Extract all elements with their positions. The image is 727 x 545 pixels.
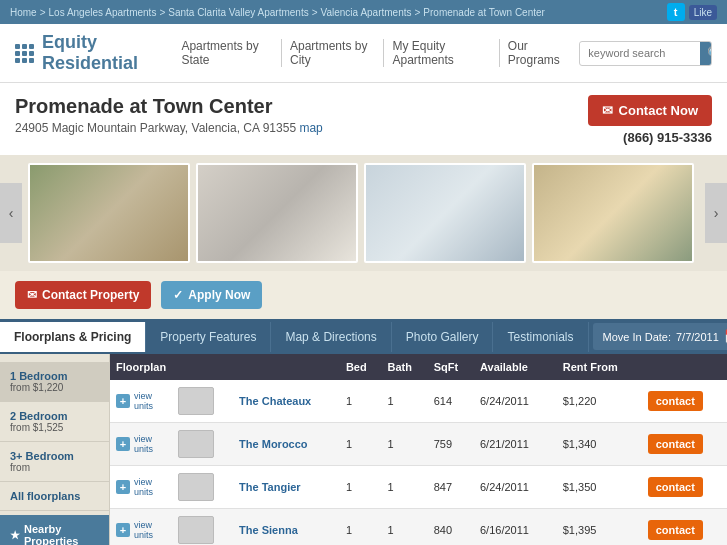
floorplan-name-link[interactable]: The Morocco: [239, 438, 307, 450]
floorplan-name-cell[interactable]: The Tangier: [233, 466, 340, 509]
expand-icon[interactable]: +: [116, 523, 130, 537]
sidebar-2bed-price: from $1,525: [10, 422, 99, 433]
nearby-properties-button[interactable]: ★ Nearby Properties: [0, 515, 109, 545]
apply-now-button[interactable]: ✓ Apply Now: [161, 281, 262, 309]
col-contact: [642, 354, 727, 380]
floorplan-name-link[interactable]: The Chateaux: [239, 395, 311, 407]
photo-gallery-strip: ‹ ›: [0, 155, 727, 271]
floorplan-name-cell[interactable]: The Morocco: [233, 423, 340, 466]
contact-cell[interactable]: contact: [642, 509, 727, 546]
expand-icon[interactable]: +: [116, 437, 130, 451]
contact-cell[interactable]: contact: [642, 380, 727, 423]
contact-now-button[interactable]: ✉ Contact Now: [588, 95, 712, 126]
floorplan-thumb-cell: [172, 423, 233, 466]
bed-cell: 1: [340, 509, 382, 546]
gallery-photo-1[interactable]: [28, 163, 190, 263]
search-input[interactable]: [580, 43, 700, 63]
table-header-row: Floorplan Bed Bath SqFt Available Rent F…: [110, 354, 727, 380]
floorplan-name-cell[interactable]: The Sienna: [233, 509, 340, 546]
nav-by-city[interactable]: Apartments by City: [282, 39, 384, 67]
sidebar-2bed-label: 2 Bedroom: [10, 410, 99, 422]
view-units-link[interactable]: viewunits: [134, 391, 153, 411]
breadcrumb-scv[interactable]: Santa Clarita Valley Apartments: [168, 7, 308, 18]
nav-programs[interactable]: Our Programs: [500, 39, 580, 67]
bath-cell: 1: [381, 509, 427, 546]
gallery-photo-3[interactable]: [364, 163, 526, 263]
floorplan-thumbnail: [178, 430, 214, 458]
rent-cell: $1,395: [557, 509, 642, 546]
action-buttons: ✉ Contact Property ✓ Apply Now: [0, 271, 727, 319]
sidebar-item-1bed[interactable]: 1 Bedroom from $1,220: [0, 362, 109, 402]
col-sqft: SqFt: [428, 354, 474, 380]
view-units-cell[interactable]: + viewunits: [110, 380, 172, 423]
sqft-cell: 759: [428, 423, 474, 466]
main-nav: Apartments by State Apartments by City M…: [173, 39, 579, 67]
contact-row-button[interactable]: contact: [648, 434, 703, 454]
contact-cell[interactable]: contact: [642, 466, 727, 509]
breadcrumb-la[interactable]: Los Angeles Apartments: [49, 7, 157, 18]
contact-row-button[interactable]: contact: [648, 477, 703, 497]
expand-icon[interactable]: +: [116, 480, 130, 494]
nav-by-state[interactable]: Apartments by State: [173, 39, 282, 67]
breadcrumb-valencia[interactable]: Valencia Apartments: [321, 7, 412, 18]
contact-cell[interactable]: contact: [642, 423, 727, 466]
tab-testimonials[interactable]: Testimonials: [493, 322, 588, 352]
floorplan-table: Floorplan Bed Bath SqFt Available Rent F…: [110, 354, 727, 545]
facebook-like-button[interactable]: Like: [689, 5, 717, 20]
floorplan-name-link[interactable]: The Tangier: [239, 481, 301, 493]
contact-row-button[interactable]: contact: [648, 391, 703, 411]
property-title: Promenade at Town Center: [15, 95, 323, 118]
col-bath: Bath: [381, 354, 427, 380]
gallery-prev-button[interactable]: ‹: [0, 183, 22, 243]
logo-area: Equity Residential: [15, 32, 173, 74]
search-box[interactable]: 🔍: [579, 41, 712, 66]
sidebar-1bed-label: 1 Bedroom: [10, 370, 99, 382]
contact-row-button[interactable]: contact: [648, 520, 703, 540]
map-link[interactable]: map: [299, 121, 322, 135]
move-in-value: 7/7/2011: [676, 331, 719, 343]
property-info: Promenade at Town Center 24905 Magic Mou…: [15, 95, 323, 135]
nav-my-equity[interactable]: My Equity Apartments: [384, 39, 499, 67]
envelope-icon: ✉: [27, 288, 37, 302]
breadcrumb: Home > Los Angeles Apartments > Santa Cl…: [10, 7, 545, 18]
tab-map-directions[interactable]: Map & Directions: [271, 322, 391, 352]
twitter-icon[interactable]: t: [667, 3, 685, 21]
view-units-link[interactable]: viewunits: [134, 477, 153, 497]
gallery-next-button[interactable]: ›: [705, 183, 727, 243]
gallery-photo-2[interactable]: [196, 163, 358, 263]
sidebar-item-all[interactable]: All floorplans: [0, 482, 109, 511]
tab-floorplans[interactable]: Floorplans & Pricing: [0, 322, 146, 352]
view-units-link[interactable]: viewunits: [134, 434, 153, 454]
tab-photo-gallery[interactable]: Photo Gallery: [392, 322, 494, 352]
site-logo[interactable]: Equity Residential: [42, 32, 173, 74]
move-in-date[interactable]: Move In Date: 7/7/2011 📅: [593, 323, 727, 350]
view-units-link[interactable]: viewunits: [134, 520, 153, 540]
floorplan-name-cell[interactable]: The Chateaux: [233, 380, 340, 423]
sidebar-item-3bed[interactable]: 3+ Bedroom from: [0, 442, 109, 482]
table-row: + viewunits The Morocco 1 1 759 6/21/201…: [110, 423, 727, 466]
view-units-cell[interactable]: + viewunits: [110, 466, 172, 509]
gallery-photos: [22, 163, 705, 263]
bath-cell: 1: [381, 423, 427, 466]
view-units-cell[interactable]: + viewunits: [110, 423, 172, 466]
table-row: + viewunits The Chateaux 1 1 614 6/24/20…: [110, 380, 727, 423]
gallery-photo-4[interactable]: [532, 163, 694, 263]
view-units-cell[interactable]: + viewunits: [110, 509, 172, 546]
expand-icon[interactable]: +: [116, 394, 130, 408]
apply-icon: ✓: [173, 288, 183, 302]
tabs-left: Floorplans & Pricing Property Features M…: [0, 322, 589, 352]
available-cell: 6/16/2011: [474, 509, 557, 546]
floorplan-thumbnail: [178, 516, 214, 544]
bath-cell: 1: [381, 380, 427, 423]
email-icon: ✉: [602, 103, 613, 118]
sidebar-3bed-label: 3+ Bedroom: [10, 450, 99, 462]
floorplan-name-link[interactable]: The Sienna: [239, 524, 298, 536]
breadcrumb-home[interactable]: Home: [10, 7, 37, 18]
sidebar-1bed-price: from $1,220: [10, 382, 99, 393]
search-button[interactable]: 🔍: [700, 42, 712, 65]
bath-cell: 1: [381, 466, 427, 509]
contact-property-button[interactable]: ✉ Contact Property: [15, 281, 151, 309]
sidebar-item-2bed[interactable]: 2 Bedroom from $1,525: [0, 402, 109, 442]
tab-property-features[interactable]: Property Features: [146, 322, 271, 352]
tabs-bar: Floorplans & Pricing Property Features M…: [0, 319, 727, 354]
